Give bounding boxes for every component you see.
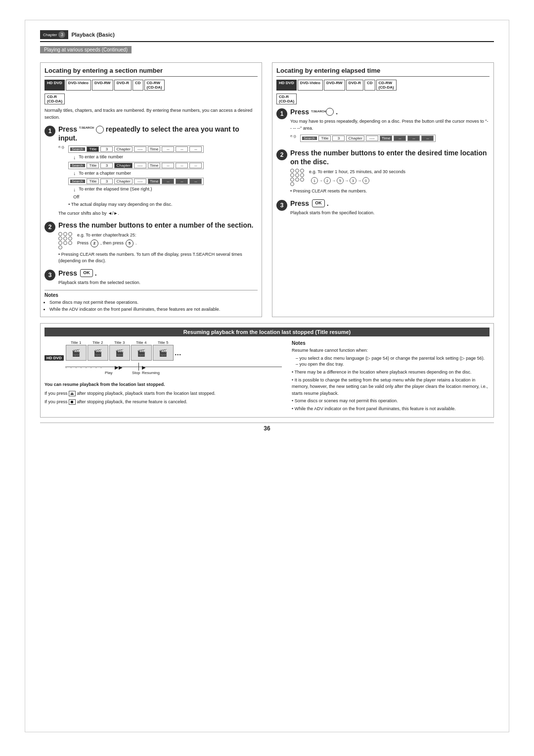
resume-title: Resuming playback from the location last… (44, 328, 490, 336)
step-1-circle: 1 (44, 126, 55, 137)
sb-title-1: Title (87, 146, 99, 152)
r-step-1-content: Press T.SEARCH . You may have to press r… (290, 107, 490, 144)
r-eg-time-desc: e.g. To enter 1 hour, 25 minutes, and 30… (309, 169, 405, 187)
resume-hd-dvd-badge: HD DVD (44, 355, 64, 361)
r-badge-cdrw: CD-RW(CD-DA) (376, 80, 397, 91)
resume-heading: You can resume playback from the locatio… (44, 381, 282, 388)
page-number: 36 (40, 423, 494, 432)
r-badge-cdr: CD-R(CD-DA) (276, 94, 297, 104)
circle-2: 2 (90, 239, 98, 247)
sb-t3-1: -- (189, 146, 202, 152)
left-disc-badges: HD DVD DVD-Video DVD-RW DVD-R CD CD-RW(C… (44, 80, 258, 91)
step-3-circle: 3 (44, 270, 55, 281)
sb-chapter-2: Chapter (114, 163, 132, 168)
dot-grid (58, 232, 72, 249)
cursor-note: The cursor shifts also by ◄/►. (58, 210, 258, 217)
step-2-right: 2 Press the number buttons to enter the … (276, 148, 490, 194)
left-notes: Notes Some discs may not permit these op… (44, 290, 258, 313)
sb-t2-1: -- (176, 146, 188, 152)
stop-marker (138, 363, 139, 371)
sb-num-1: 3 (100, 146, 113, 152)
r-badge-cd: CD (364, 80, 375, 91)
eg-row-1: e.g. Search: Title 3 Chapter ---- Time (58, 144, 258, 208)
title-1-item: Title 1 🎬 (66, 340, 87, 361)
r-tsearch-circle (326, 108, 334, 116)
sb-title-3: Title (87, 179, 99, 184)
sb-title-2: Title (87, 163, 99, 168)
r-badge-dvd-r: DVD-R (346, 80, 363, 91)
arrow-1: ↓ To enter a title number (73, 154, 204, 161)
r-dot-grid (290, 169, 304, 186)
r-eg-row: e.g. Search: Title 3 Chapter ---- Time -… (290, 134, 490, 143)
resume-section: Resuming playback from the location last… (40, 323, 494, 418)
r-step-1-body: You may have to press repeatedly, depend… (290, 118, 490, 132)
num-dots-desc: e.g. To enter chapter/track 25: Press 2 … (77, 232, 137, 248)
sb-chapter-3: Chapter (114, 179, 132, 184)
step-2-circle: 2 (44, 222, 55, 233)
left-section-title: Locating by entering a section number (44, 67, 258, 77)
step-3-content: Press OK . Playback starts from the sele… (58, 269, 258, 286)
off-label: Off (73, 194, 204, 201)
left-notes-title: Notes (44, 292, 258, 298)
r-note-1: Resume feature cannot function when: (292, 347, 490, 354)
step-3-left: 3 Press OK . Playback starts from the se… (44, 269, 258, 286)
search-bars-area: Search: Title 3 Chapter ---- Time -- -- … (68, 144, 204, 208)
resume-notes-title: Notes (292, 340, 490, 346)
left-note-2: While the ADV indicator on the front pan… (49, 306, 258, 313)
left-disc-badges-2: CD-R(CD-DA) (44, 94, 258, 104)
ok-button-right: OK (312, 199, 325, 207)
step-1-title: Press T.SEARCH repeatedly to select the … (58, 125, 258, 142)
playing-speeds-bar: Playing at various speeds (Continued) (40, 46, 132, 53)
r-note-2: • There may be a difference in the locat… (292, 369, 490, 376)
resume-para2: If you press ⏹ after stopping playback, … (44, 399, 282, 406)
sb-t1-3: -- (162, 179, 174, 184)
step-3-caption-left: Playback starts from the selected sectio… (58, 280, 258, 286)
chapter-number: 3 (58, 31, 65, 38)
step-2-left: 2 Press the number buttons to enter a nu… (44, 221, 258, 264)
sb-t1-1: -- (162, 146, 174, 152)
search-bar-1: Search: Title 3 Chapter ---- Time -- -- … (68, 145, 204, 153)
r-step-1-circle: 1 (276, 108, 287, 119)
step-2-content: Press the number buttons to enter a numb… (58, 221, 258, 264)
step-1-right: 1 Press T.SEARCH . You may have to press… (276, 107, 490, 144)
sb-t3-2: -- (189, 163, 202, 168)
r-step-2-note: • Pressing CLEAR resets the numbers. (290, 188, 490, 195)
chain-circles: 1 → 2 → 5 → 3 → 0 (311, 177, 405, 184)
title-4-item: Title 4 🎬 (131, 340, 152, 361)
r-step-2-title: Press the number buttons to enter the de… (290, 148, 490, 166)
r-note-1a: – you select a disc menu language (▷ pag… (296, 355, 490, 362)
r-step-2-content: Press the number buttons to enter the de… (290, 148, 490, 194)
step-3-right: 3 Press OK . Playback starts from the sp… (276, 199, 490, 217)
sb-label-1: Search: (70, 147, 85, 151)
search-bar-3: Search: Title 3 Chapter ---- Time -- -- … (68, 178, 204, 185)
step-1-content: Press T.SEARCH repeatedly to select the … (58, 125, 258, 217)
badge-dvd-video: DVD-Video (66, 80, 91, 91)
r-note-1b: – you open the disc tray. (296, 361, 490, 368)
r-note-4: • Some discs or scenes may not permit th… (292, 398, 490, 405)
badge-dvd-rw: DVD-RW (92, 80, 113, 91)
r-badge-dvd-rw: DVD-RW (324, 80, 345, 91)
timeline: - - - - - - - - ▶▶ ▶ Play Stop Resuming (65, 363, 282, 374)
display-note: • The actual display may vary depending … (68, 201, 204, 208)
r-step-3-title: Press OK . (290, 199, 490, 208)
chapter-badge: Chapter 3 (40, 30, 68, 39)
tsearch-label: T.SEARCH (79, 126, 94, 129)
badge-hd-dvd: HD DVD (44, 80, 65, 91)
sb-label-3: Search: (70, 180, 85, 183)
r-search-bar: Search: Title 3 Chapter ---- Time -- -- … (300, 135, 436, 142)
step-2-note: • Pressing CLEAR resets the numbers. To … (58, 251, 258, 265)
search-bar-2: Search: Title 3 Chapter ---- Time -- -- … (68, 162, 204, 169)
r-note-3: • It is possible to change the setting f… (292, 377, 490, 397)
r-step-3-circle: 3 (276, 200, 287, 211)
left-column: Locating by entering a section number HD… (40, 62, 262, 317)
sb-label-2: Search: (70, 164, 85, 167)
r-step-3-content: Press OK . Playback starts from the spec… (290, 199, 490, 217)
right-disc-badges-2: CD-R(CD-DA) (276, 94, 490, 104)
ellipsis: … (175, 349, 181, 361)
badge-cdr-cdda: CD-R(CD-DA) (44, 94, 65, 104)
sb-chnum-1: ---- (134, 146, 146, 152)
r-step-1-title: Press T.SEARCH . (290, 107, 490, 116)
sb-t3-3: -- (189, 179, 202, 184)
badge-cdrw-cdda: CD-RW(CD-DA) (144, 80, 165, 91)
chapter-label: Chapter (43, 33, 57, 37)
